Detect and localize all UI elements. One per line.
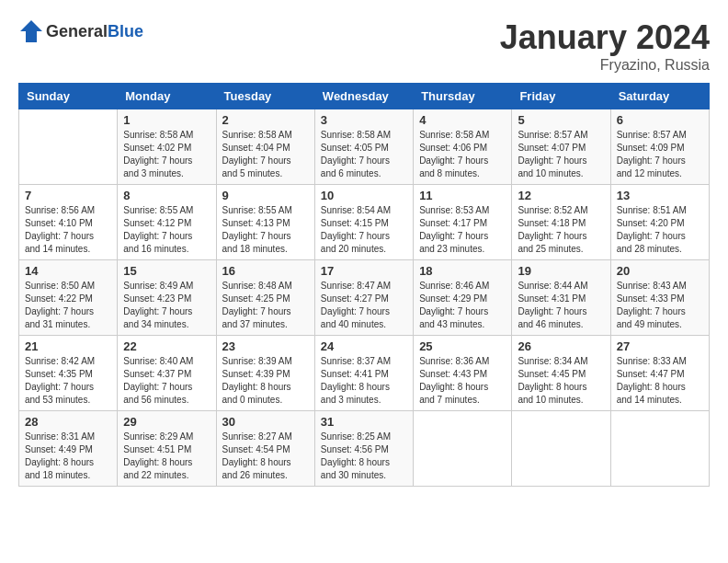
col-header-saturday: Saturday xyxy=(610,84,709,109)
logo-icon xyxy=(18,18,44,44)
day-info: Sunrise: 8:27 AMSunset: 4:54 PMDaylight:… xyxy=(222,431,309,482)
day-number: 24 xyxy=(321,339,407,353)
day-cell: 27Sunrise: 8:33 AMSunset: 4:47 PMDayligh… xyxy=(610,336,709,411)
day-cell: 2Sunrise: 8:58 AMSunset: 4:04 PMDaylight… xyxy=(216,109,314,185)
week-row-3: 14Sunrise: 8:50 AMSunset: 4:22 PMDayligh… xyxy=(19,260,710,336)
day-cell: 9Sunrise: 8:55 AMSunset: 4:13 PMDaylight… xyxy=(216,185,314,260)
day-cell: 26Sunrise: 8:34 AMSunset: 4:45 PMDayligh… xyxy=(512,336,610,411)
week-row-5: 28Sunrise: 8:31 AMSunset: 4:49 PMDayligh… xyxy=(19,411,710,487)
day-info: Sunrise: 8:36 AMSunset: 4:43 PMDaylight:… xyxy=(419,355,506,407)
day-number: 22 xyxy=(123,339,210,353)
day-cell: 15Sunrise: 8:49 AMSunset: 4:23 PMDayligh… xyxy=(118,260,216,336)
day-info: Sunrise: 8:39 AMSunset: 4:39 PMDaylight:… xyxy=(222,355,309,407)
day-cell: 31Sunrise: 8:25 AMSunset: 4:56 PMDayligh… xyxy=(314,411,413,487)
week-row-1: 1Sunrise: 8:58 AMSunset: 4:02 PMDaylight… xyxy=(19,109,710,185)
day-number: 17 xyxy=(321,264,407,278)
day-info: Sunrise: 8:58 AMSunset: 4:02 PMDaylight:… xyxy=(123,129,210,180)
day-cell xyxy=(19,109,118,185)
day-cell: 5Sunrise: 8:57 AMSunset: 4:07 PMDaylight… xyxy=(512,109,610,185)
day-number: 9 xyxy=(222,189,309,202)
day-cell: 19Sunrise: 8:44 AMSunset: 4:31 PMDayligh… xyxy=(512,260,610,336)
day-info: Sunrise: 8:40 AMSunset: 4:37 PMDaylight:… xyxy=(123,355,210,407)
day-cell: 1Sunrise: 8:58 AMSunset: 4:02 PMDaylight… xyxy=(118,109,216,185)
day-info: Sunrise: 8:58 AMSunset: 4:05 PMDaylight:… xyxy=(321,129,407,180)
day-cell: 23Sunrise: 8:39 AMSunset: 4:39 PMDayligh… xyxy=(216,336,314,411)
day-number: 31 xyxy=(321,415,407,429)
day-number: 29 xyxy=(123,415,210,429)
day-cell: 24Sunrise: 8:37 AMSunset: 4:41 PMDayligh… xyxy=(314,336,413,411)
day-info: Sunrise: 8:57 AMSunset: 4:09 PMDaylight:… xyxy=(617,129,703,180)
day-number: 19 xyxy=(518,264,604,278)
day-number: 7 xyxy=(25,189,111,202)
day-number: 18 xyxy=(419,264,506,278)
day-info: Sunrise: 8:56 AMSunset: 4:10 PMDaylight:… xyxy=(25,204,111,256)
day-cell xyxy=(512,411,610,487)
day-cell: 16Sunrise: 8:48 AMSunset: 4:25 PMDayligh… xyxy=(216,260,314,336)
day-number: 1 xyxy=(123,113,210,127)
day-number: 3 xyxy=(321,113,407,127)
day-cell: 25Sunrise: 8:36 AMSunset: 4:43 PMDayligh… xyxy=(414,336,512,411)
day-number: 23 xyxy=(222,339,309,353)
day-info: Sunrise: 8:46 AMSunset: 4:29 PMDaylight:… xyxy=(419,280,506,331)
day-cell: 6Sunrise: 8:57 AMSunset: 4:09 PMDaylight… xyxy=(610,109,709,185)
day-cell: 7Sunrise: 8:56 AMSunset: 4:10 PMDaylight… xyxy=(19,185,118,260)
day-info: Sunrise: 8:51 AMSunset: 4:20 PMDaylight:… xyxy=(617,204,703,256)
day-info: Sunrise: 8:54 AMSunset: 4:15 PMDaylight:… xyxy=(321,204,407,256)
location-title: Fryazino, Russia xyxy=(500,57,710,74)
day-cell: 4Sunrise: 8:58 AMSunset: 4:06 PMDaylight… xyxy=(414,109,512,185)
day-cell: 20Sunrise: 8:43 AMSunset: 4:33 PMDayligh… xyxy=(610,260,709,336)
day-cell: 13Sunrise: 8:51 AMSunset: 4:20 PMDayligh… xyxy=(610,185,709,260)
day-info: Sunrise: 8:37 AMSunset: 4:41 PMDaylight:… xyxy=(321,355,407,407)
col-header-thursday: Thursday xyxy=(414,84,512,109)
col-header-sunday: Sunday xyxy=(19,84,118,109)
day-number: 4 xyxy=(419,113,506,127)
svg-marker-0 xyxy=(20,20,42,42)
day-info: Sunrise: 8:31 AMSunset: 4:49 PMDaylight:… xyxy=(25,431,111,482)
day-info: Sunrise: 8:58 AMSunset: 4:04 PMDaylight:… xyxy=(222,129,309,180)
month-title: January 2024 xyxy=(500,18,710,57)
day-info: Sunrise: 8:50 AMSunset: 4:22 PMDaylight:… xyxy=(25,280,111,331)
day-info: Sunrise: 8:47 AMSunset: 4:27 PMDaylight:… xyxy=(321,280,407,331)
day-cell: 21Sunrise: 8:42 AMSunset: 4:35 PMDayligh… xyxy=(19,336,118,411)
day-info: Sunrise: 8:29 AMSunset: 4:51 PMDaylight:… xyxy=(123,431,210,482)
day-number: 26 xyxy=(518,339,604,353)
day-number: 5 xyxy=(518,113,604,127)
header-row: SundayMondayTuesdayWednesdayThursdayFrid… xyxy=(19,84,710,109)
day-number: 30 xyxy=(222,415,309,429)
day-info: Sunrise: 8:49 AMSunset: 4:23 PMDaylight:… xyxy=(123,280,210,331)
day-info: Sunrise: 8:52 AMSunset: 4:18 PMDaylight:… xyxy=(518,204,604,256)
day-number: 10 xyxy=(321,189,407,202)
day-cell xyxy=(610,411,709,487)
logo: GeneralBlue xyxy=(18,18,143,44)
day-number: 14 xyxy=(25,264,111,278)
title-area: January 2024 Fryazino, Russia xyxy=(500,18,710,74)
day-info: Sunrise: 8:44 AMSunset: 4:31 PMDaylight:… xyxy=(518,280,604,331)
day-cell: 28Sunrise: 8:31 AMSunset: 4:49 PMDayligh… xyxy=(19,411,118,487)
day-number: 20 xyxy=(617,264,703,278)
day-number: 15 xyxy=(123,264,210,278)
day-number: 2 xyxy=(222,113,309,127)
col-header-wednesday: Wednesday xyxy=(314,84,413,109)
day-info: Sunrise: 8:55 AMSunset: 4:12 PMDaylight:… xyxy=(123,204,210,256)
day-number: 28 xyxy=(25,415,111,429)
day-cell: 8Sunrise: 8:55 AMSunset: 4:12 PMDaylight… xyxy=(118,185,216,260)
day-info: Sunrise: 8:25 AMSunset: 4:56 PMDaylight:… xyxy=(321,431,407,482)
day-cell: 18Sunrise: 8:46 AMSunset: 4:29 PMDayligh… xyxy=(414,260,512,336)
day-cell: 14Sunrise: 8:50 AMSunset: 4:22 PMDayligh… xyxy=(19,260,118,336)
day-cell: 3Sunrise: 8:58 AMSunset: 4:05 PMDaylight… xyxy=(314,109,413,185)
logo-blue: Blue xyxy=(108,22,143,40)
day-number: 13 xyxy=(617,189,703,202)
col-header-monday: Monday xyxy=(118,84,216,109)
week-row-2: 7Sunrise: 8:56 AMSunset: 4:10 PMDaylight… xyxy=(19,185,710,260)
day-cell: 12Sunrise: 8:52 AMSunset: 4:18 PMDayligh… xyxy=(512,185,610,260)
day-cell: 30Sunrise: 8:27 AMSunset: 4:54 PMDayligh… xyxy=(216,411,314,487)
day-number: 16 xyxy=(222,264,309,278)
day-info: Sunrise: 8:55 AMSunset: 4:13 PMDaylight:… xyxy=(222,204,309,256)
day-cell: 11Sunrise: 8:53 AMSunset: 4:17 PMDayligh… xyxy=(414,185,512,260)
day-info: Sunrise: 8:42 AMSunset: 4:35 PMDaylight:… xyxy=(25,355,111,407)
day-info: Sunrise: 8:53 AMSunset: 4:17 PMDaylight:… xyxy=(419,204,506,256)
day-number: 6 xyxy=(617,113,703,127)
day-info: Sunrise: 8:33 AMSunset: 4:47 PMDaylight:… xyxy=(617,355,703,407)
calendar-table: SundayMondayTuesdayWednesdayThursdayFrid… xyxy=(18,83,710,487)
day-cell: 10Sunrise: 8:54 AMSunset: 4:15 PMDayligh… xyxy=(314,185,413,260)
